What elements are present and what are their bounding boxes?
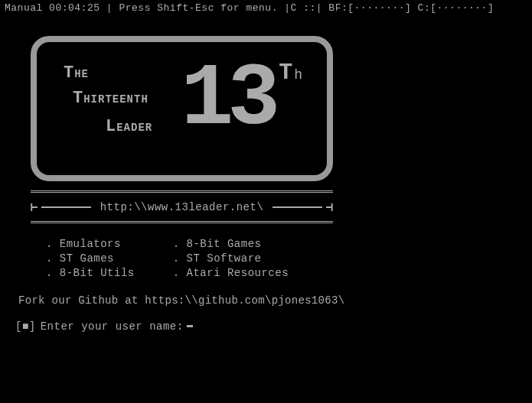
logo-line-thirteenth: THIRTEENTH: [73, 89, 152, 108]
status-bar: Manual 00:04:25 | Press Shift-Esc for me…: [0, 0, 532, 16]
menu-column-2: 8-Bit Games ST Software Atari Resources: [173, 238, 289, 279]
logo-number-13th: 13 Th: [181, 56, 302, 144]
url-bar: ⊢ http:\\www.13leader.net\ ⊣: [31, 200, 333, 215]
menu-item-st-games[interactable]: ST Games: [46, 252, 135, 265]
divider-top: [31, 190, 333, 193]
menu-item-emulators[interactable]: Emulators: [46, 238, 135, 250]
logo-digits: 13: [181, 56, 274, 144]
logo-line-the: THE: [64, 63, 152, 83]
menu-item-8bit-games[interactable]: 8-Bit Games: [173, 238, 289, 250]
menu-item-atari-resources[interactable]: Atari Resources: [173, 267, 289, 279]
logo-th-suffix: Th: [279, 60, 302, 86]
menu-column-1: Emulators ST Games 8-Bit Utils: [46, 238, 135, 279]
menu-item-8bit-utils[interactable]: 8-Bit Utils: [46, 267, 135, 279]
logo-box: THE THIRTEENTH LEADER 13 Th: [31, 36, 333, 181]
prompt-label: Enter your user name:: [41, 320, 184, 333]
divider-bottom: [31, 221, 333, 224]
url-text: http:\\www.13leader.net\: [94, 201, 270, 213]
status-text: Manual 00:04:25 | Press Shift-Esc for me…: [5, 2, 494, 14]
bracket-right-icon: ⊣: [325, 200, 333, 215]
logo-title: THE THIRTEENTH LEADER: [64, 63, 152, 136]
logo-line-leader: LEADER: [106, 117, 152, 136]
github-text: Fork our Github at https:\\github.com\pj…: [18, 294, 517, 307]
menu: Emulators ST Games 8-Bit Utils 8-Bit Gam…: [46, 238, 517, 279]
main-area: THE THIRTEENTH LEADER 13 Th ⊢ http:\\www…: [0, 16, 532, 339]
cursor-icon: [187, 325, 193, 327]
prompt-icon: [■]: [15, 320, 36, 333]
bracket-left-icon: ⊢: [31, 200, 38, 215]
menu-item-st-software[interactable]: ST Software: [173, 252, 289, 265]
input-prompt[interactable]: [■] Enter your user name:: [15, 320, 517, 333]
